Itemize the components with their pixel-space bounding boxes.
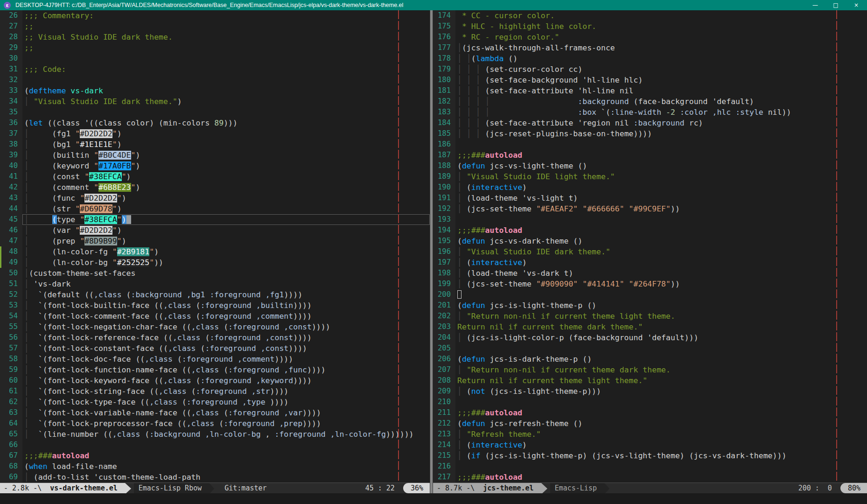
code-line[interactable]: 65│ `(line-number ((,class (:background … [0,429,430,440]
code-line[interactable]: 186 [433,139,867,150]
code-line[interactable]: 56│ `(font-lock-reference-face ((,class … [0,332,430,343]
code-line[interactable]: 183│ │ │ │ :box `(:line-width -2 :color … [433,107,867,118]
code-line[interactable]: 41│ (const "#38EFCA") [0,171,430,182]
code-line[interactable]: 62│ `(font-lock-type-face ((,class (:for… [0,397,430,407]
code-line[interactable]: 60│ `(font-lock-keyword-face ((,class (:… [0,375,430,386]
code-line[interactable]: 51│ 'vs-dark [0,279,430,289]
code-line[interactable]: 36(let ((class '((class color) (min-colo… [0,118,430,128]
code-line[interactable]: 66 [0,440,430,450]
code-line[interactable]: 212(defun jcs-refresh-theme () [433,418,867,429]
code-line[interactable]: 35 [0,107,430,118]
code-line[interactable]: 33(deftheme vs-dark [0,85,430,96]
code-line[interactable]: 193 [433,214,867,225]
code-line[interactable]: 211;;;###autoload [433,407,867,418]
code-line[interactable]: 187;;;###autoload [433,150,867,161]
code-line[interactable]: 44│ (str "#D69D78") [0,203,430,214]
code-line[interactable]: 200 [433,289,867,300]
code-line[interactable]: 217;;;###autoload [433,472,867,483]
minimize-icon[interactable]: — [812,2,818,8]
code-line[interactable]: 207│ "Return non-nil if current theme da… [433,364,867,375]
code-line[interactable]: 199│ (jcs-set-theme "#909090" "#414141" … [433,279,867,289]
code-line[interactable]: 43│ (func "#D2D2D2") [0,193,430,203]
code-line[interactable]: 39│ (builtin "#B0C4DE") [0,150,430,161]
code-line[interactable]: 57│ `(font-lock-constant-face ((,class (… [0,343,430,354]
code-line[interactable]: 64│ `(font-lock-preprocessor-face ((,cla… [0,418,430,429]
modeline-git-branch[interactable]: Git:master [219,483,272,493]
window-divider[interactable] [430,10,433,493]
code-line[interactable]: 31;;; Code: [0,64,430,75]
code-line[interactable]: 27;; [0,21,430,32]
code-line[interactable]: 216 [433,461,867,472]
code-line[interactable]: 206(defun jcs-is-dark-theme-p () [433,354,867,364]
code-line[interactable]: 204│ (jcs-is-light-color-p (face-backgro… [433,332,867,343]
code-line[interactable]: 194;;;###autoload [433,225,867,236]
code-line[interactable]: 191│ (load-theme 'vs-light t) [433,193,867,203]
code-line[interactable]: 30 [0,53,430,64]
code-line[interactable]: 61│ `(font-lock-string-face ((,class (:f… [0,386,430,397]
code-line[interactable]: 28;; Visual Studio IDE dark theme. [0,32,430,42]
code-line[interactable]: 63│ `(font-lock-variable-name-face ((,cl… [0,407,430,418]
code-line[interactable]: 203Return nil if current theme dark them… [433,322,867,332]
buffer-jcs-theme[interactable]: 174 * CC - cursor color.175 * HLC - high… [433,10,867,483]
maximize-icon[interactable]: □ [832,2,839,8]
code-line[interactable]: 53│ `(font-lock-builtin-face ((,class (:… [0,300,430,311]
modeline-major-mode[interactable]: Emacs-Lisp Rbow [134,483,209,493]
code-line[interactable]: 52│ `(default ((,class (:background ,bg1… [0,289,430,300]
code-line[interactable]: 195(defun jcs-vs-dark-theme () [433,236,867,246]
code-line[interactable]: 37│ (fg1 "#D2D2D2") [0,128,430,139]
code-line[interactable]: 58│ `(font-lock-doc-face ((,class (:fore… [0,354,430,364]
code-line[interactable]: 181│ │ │ (set-face-attribute 'hl-line ni… [433,85,867,96]
modeline-buffer-name[interactable]: jcs-theme.el [483,484,533,492]
code-line[interactable]: 179│ │ │ (set-cursor-color cc) [433,64,867,75]
code-line[interactable]: 185│ │ │ (jcs-reset-plugins-base-on-them… [433,128,867,139]
code-line[interactable]: 202│ "Return non-nil if current theme li… [433,311,867,322]
code-line[interactable]: 205 [433,343,867,354]
code-line[interactable]: 190│ (interactive) [433,182,867,193]
code-line[interactable]: 45│ (type "#38EFCA") [0,214,430,225]
code-line[interactable]: 174 * CC - cursor color. [433,10,867,21]
code-line[interactable]: 67;;;###autoload [0,450,430,461]
code-line[interactable]: 214│ (interactive) [433,440,867,450]
modeline-major-mode[interactable]: Emacs-Lisp [550,483,604,493]
code-line[interactable]: 175 * HLC - highlight line color. [433,21,867,32]
code-line[interactable]: 68(when load-file-name [0,461,430,472]
code-line[interactable]: 46│ (var "#D2D2D2") [0,225,430,236]
code-line[interactable]: 188(defun jcs-vs-light-theme () [433,161,867,171]
code-line[interactable]: 49│ (ln-color-bg "#252525")) [0,257,430,268]
code-line[interactable]: 59│ `(font-lock-function-name-face ((,cl… [0,364,430,375]
code-line[interactable]: 34│ "Visual Studio IDE dark theme.") [0,96,430,107]
code-line[interactable]: 38│ (bg1 "#1E1E1E") [0,139,430,150]
code-line[interactable]: 213│ "Refresh theme." [433,429,867,440]
code-line[interactable]: 176 * RC - region color." [433,32,867,42]
code-line[interactable]: 197│ (interactive) [433,257,867,268]
code-line[interactable]: 26;;; Commentary: [0,10,430,21]
code-line[interactable]: 48│ (ln-color-fg "#2B9181") [0,246,430,257]
code-line[interactable]: 47│ (prep "#8D9B99") [0,236,430,246]
code-line[interactable]: 54│ `(font-lock-comment-face ((,class (:… [0,311,430,322]
buffer-vs-dark-theme[interactable]: 26;;; Commentary:27;;28;; Visual Studio … [0,10,430,483]
code-line[interactable]: 189│ "Visual Studio IDE light theme." [433,171,867,182]
code-line[interactable]: 215│ (if (jcs-is-light-theme-p) (jcs-vs-… [433,450,867,461]
code-line[interactable]: 209│ (not (jcs-is-light-theme-p))) [433,386,867,397]
modeline-buffer-name[interactable]: vs-dark-theme.el [50,484,118,492]
code-line[interactable]: 201(defun jcs-is-light-theme-p () [433,300,867,311]
code-line[interactable]: 55│ `(font-lock-negation-char-face ((,cl… [0,322,430,332]
code-line[interactable]: 32 [0,75,430,85]
code-line[interactable]: 29;; [0,42,430,53]
code-line[interactable]: 198│ (load-theme 'vs-dark t) [433,268,867,279]
code-line[interactable]: 180│ │ │ (set-face-background 'hl-line h… [433,75,867,85]
echo-area[interactable] [0,493,867,504]
code-line[interactable]: 42│ (comment "#6B8E23") [0,182,430,193]
code-line[interactable]: 69│ (add-to-list 'custom-theme-load-path [0,472,430,483]
close-icon[interactable]: × [853,2,860,8]
code-line[interactable]: 50│(custom-theme-set-faces [0,268,430,279]
code-line[interactable]: 208Return nil if current theme light the… [433,375,867,386]
code-line[interactable]: 184│ │ │ (set-face-attribute 'region nil… [433,118,867,128]
code-line[interactable]: 178│ │(lambda () [433,53,867,64]
code-line[interactable]: 182│ │ │ │ :background (face-background … [433,96,867,107]
code-line[interactable]: 177│(jcs-walk-through-all-frames-once [433,42,867,53]
code-line[interactable]: 210 [433,397,867,407]
code-line[interactable]: 40│ (keyword "#17A0FB") [0,161,430,171]
code-line[interactable]: 196│ "Visual Studio IDE dark theme." [433,246,867,257]
code-line[interactable]: 192│ (jcs-set-theme "#EAEAF2" "#666666" … [433,203,867,214]
